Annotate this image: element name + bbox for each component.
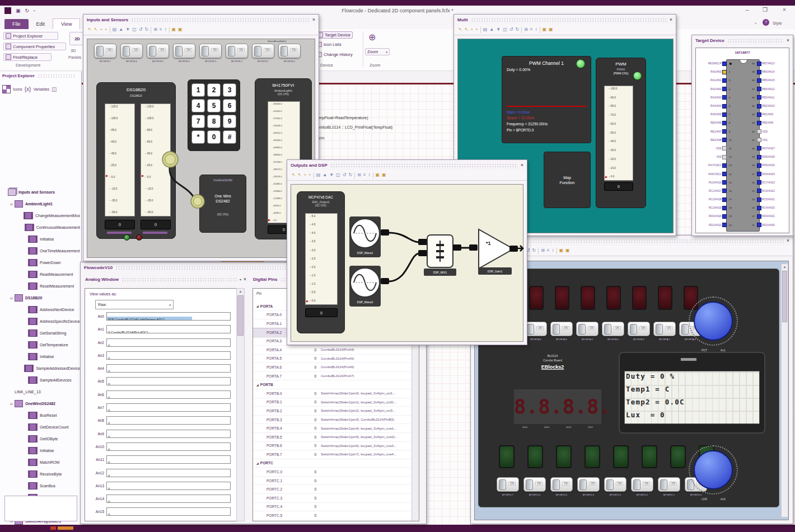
pin-right-label[interactable]: RB1/AN9 [762,113,788,116]
toolbar-icon[interactable]: ↕ [368,173,371,177]
project-explorer-button[interactable]: Project Explorer [3,32,58,40]
pin-left-label[interactable]: RD0/AN20 [697,215,722,218]
pin-left-label[interactable]: RA3/AN3 [697,96,722,99]
pin-left-pad[interactable] [722,163,727,168]
tree-item[interactable]: ReceiveByte [1,468,80,480]
toolbar-icon[interactable]: + [470,27,473,32]
toolbar-icon[interactable] [151,27,151,33]
pin-left-pad[interactable] [722,206,727,210]
toolbar-icon[interactable]: ↖ [292,173,296,177]
toolbar-icon[interactable]: + [475,27,478,32]
tree-item[interactable]: Initialise [1,445,80,456]
toggle-switch[interactable]: ON [550,477,573,492]
tree-expander-icon[interactable]: ⊟ [10,202,15,206]
toolbar-icon[interactable]: ↻ [144,27,148,32]
pin-right-pad[interactable] [757,180,761,185]
toolbar-icon[interactable]: + [303,173,306,177]
toolbar-icon[interactable]: + [308,173,311,177]
analog-value-input[interactable]: 0 [106,469,231,477]
tree-expander-icon[interactable]: ⊟ [10,402,15,406]
digital-pin-row[interactable]: PORTB.7 0 SwitchArray(Slider1(pin7), key… [253,450,411,459]
pin-left-label[interactable]: RE3/MCLR [697,62,722,65]
close-icon[interactable]: × [312,17,315,22]
toolbar-icon[interactable]: ▼ [329,173,334,177]
tree-item[interactable]: ResetMeasurement [1,280,80,292]
pin-left-label[interactable]: VSS [697,156,722,158]
pin-left-pad[interactable] [722,78,727,83]
toggle-switch[interactable]: ON [631,477,653,492]
close-icon[interactable]: × [787,37,789,43]
pin-right-pad[interactable] [757,121,761,125]
analog-value-input[interactable]: 828 ComboBL0114(LightSensor ADC) [106,312,231,321]
pin-right-label[interactable]: RD4/AN24 [762,173,788,176]
analog-scrollbar[interactable]: ▲ [236,288,245,521]
toolbar-icon[interactable]: ≡ [547,248,550,253]
toolbar-icon[interactable]: ▣ [565,248,570,253]
digital-pin-row[interactable]: PORTA.7 0 ComboBL0114(PinA7) [253,372,411,381]
pin-right-pad[interactable] [757,129,761,134]
digital-pin-row[interactable]: PORTA.4 0 ComboBL0114(PinA4) [253,346,411,355]
toolbar-icon[interactable] [110,27,110,33]
pin-left-label[interactable]: RA1/AN1 [697,79,722,82]
pin-right-pad[interactable] [757,104,761,109]
digital-pin-row[interactable]: PORTC.4 0 [253,503,411,512]
variables-icon[interactable]: {x} [25,86,31,92]
pin-right-label[interactable]: RD3/AN31 [762,215,788,218]
pin-right-pad[interactable] [757,62,761,66]
toolbar-icon[interactable] [373,172,373,178]
toolbar-icon[interactable]: ▲ [322,173,327,177]
pin-left-label[interactable]: RA7/OSC1 [697,164,722,167]
toggle-switch[interactable]: ON [602,322,624,336]
pin-left-label[interactable]: RE0/AN6 [697,121,722,124]
tree-item[interactable]: ⊟ OneWireDS2482 [1,398,80,409]
tab-edit[interactable]: Edit [29,19,53,29]
dac-block[interactable]: MCP47x6 DAC DAC_Output1 (I2C CH1) 5.04.5… [297,191,345,333]
digital-pin-row[interactable]: PORTA.5 0 ComboBL0114(PinA5) [253,355,411,364]
digital-pin-row[interactable]: PORTC [253,459,411,468]
pin-right-pad[interactable] [757,172,761,176]
tree-item[interactable]: ChangeMeasurementMode [1,210,80,222]
toolbar-icon[interactable]: ▼ [125,27,130,32]
toolbar-icon[interactable]: ▣ [376,173,380,177]
target-titlebar[interactable]: Target Device× [692,35,793,45]
digital-pin-row[interactable]: PORTB.2 0 SwitchArray(Slider1(pin2), key… [253,407,411,416]
3d-panels-label[interactable]: 3D [71,48,76,53]
close-icon[interactable]: × [670,17,672,22]
toolbar-icon[interactable]: ◫ [336,173,340,177]
pin-right-pad[interactable] [757,146,761,150]
pin-right-pad[interactable] [757,70,761,74]
pin-right-label[interactable]: RB6/AN14 [762,70,788,73]
pin-left-label[interactable]: RE2/AN8 [697,139,722,142]
toggle-switch[interactable]: ON [658,477,680,492]
toolbar-icon[interactable]: ↻ [532,248,536,253]
outputs-titlebar[interactable]: Outputs and DSP× [287,160,527,170]
toolbar-icon[interactable]: ↺ [139,27,143,32]
pwm-slider-block[interactable]: PWM PWM2 (PWM CH1) 100.090.080.070.060.0… [596,58,646,208]
pin-left-pad[interactable] [722,138,727,142]
tree-item[interactable]: ReadMeasurement [1,269,80,280]
pin-left-label[interactable]: RC1/AN17 [697,190,722,192]
pin-left-pad[interactable] [722,87,727,91]
slider-pointer-icon[interactable]: ▶ [306,300,308,303]
inputs-titlebar[interactable]: Inputs and Sensors× [83,15,319,25]
analog-value-input[interactable]: 0 [106,495,231,503]
analog-window-titlebar[interactable]: Analog Window•× [83,275,248,284]
toolbar-icon[interactable]: ↺ [343,173,347,177]
toolbar-icon[interactable]: ⊞ [524,27,528,32]
restore-button[interactable]: ❐ [763,7,768,13]
digital-pin-row[interactable]: PORTB [253,380,411,389]
pin-left-pad[interactable] [722,129,727,134]
pin-right-pad[interactable] [757,197,761,202]
tree-item[interactable]: SampleAddressedDevice [1,362,80,374]
tree-item[interactable]: OneTimeMeasurement [1,245,80,257]
style-button[interactable]: Style [773,21,782,26]
toggle-switch[interactable]: ON [653,322,676,336]
toggle-switch[interactable]: ON [497,477,519,492]
analog-value-input[interactable]: 0 [106,521,231,521]
tree-item[interactable]: ⊟ AmbientLight1 [1,198,80,210]
pin-left-pad[interactable] [722,180,727,185]
pin-right-pad[interactable] [757,206,761,210]
tree-item[interactable]: GetTemperature [1,339,80,351]
toolbar-icon[interactable]: ▣ [549,27,553,32]
toolbar-icon[interactable] [540,27,540,33]
